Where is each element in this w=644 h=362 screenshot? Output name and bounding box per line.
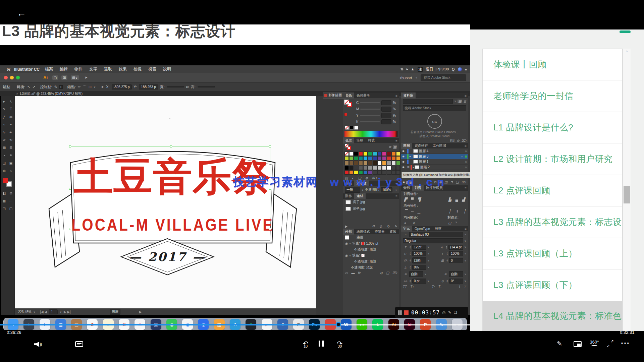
delete-icon: ⌦	[462, 139, 466, 142]
tool-icon: ⊕	[8, 189, 14, 197]
color-panel-tabs: 顏色 色彩參考 ≡	[343, 93, 399, 98]
ai-appbar: Ai ▢ St ▤∨ ➤ zhuoart ∨ 搜尋 Adobe Stock	[0, 73, 470, 82]
recorder-screen-icon: ❐	[454, 310, 457, 315]
fullscreen-button[interactable]: ↗↙	[606, 340, 614, 347]
lesson-item-label: L3 点评课回顾（上）	[493, 248, 577, 259]
volume-button[interactable]: ))	[33, 341, 43, 348]
pause-button[interactable]	[319, 341, 324, 347]
superscript-icon: T¹	[432, 285, 435, 289]
visibility-icon: ◉	[345, 254, 348, 257]
stock-search-field: 搜尋 Adobe Stock	[421, 74, 466, 81]
delete-layer-icon: ⌦	[462, 180, 466, 184]
lesson-item[interactable]: 老师给学员的一封信	[483, 80, 622, 112]
pip-icon	[574, 341, 582, 347]
lesson-title-band: L3 品牌的基本视觉元素：标志设计	[0, 24, 470, 45]
link-item: 房子.jpg	[343, 199, 399, 205]
tool-icon: ╱	[1, 113, 8, 121]
link-dimensions-icon: ⧉	[186, 85, 189, 89]
distribute-objects-label: 均分物件:	[401, 202, 468, 208]
swatch	[354, 156, 358, 161]
list-view-icon: ≣	[388, 145, 391, 149]
proportional-spacing-icon: Δ	[403, 266, 408, 269]
notes-button[interactable]: ✎	[557, 340, 562, 348]
lesson-item[interactable]: L2 点评课回顾	[483, 175, 622, 206]
lesson-title: L3 品牌的基本视觉元素：标志设计	[2, 24, 470, 41]
collapse-indicator[interactable]	[620, 31, 631, 33]
creative-cloud-logo: cc	[427, 114, 442, 129]
rewind-button[interactable]: ↶10	[300, 339, 311, 350]
panel-menu-icon: ≡	[462, 143, 468, 148]
underline-icon: I	[459, 285, 460, 289]
layer-name: 圖層 1	[419, 160, 428, 164]
lesson-item-label: L1 品牌设计是什么?	[493, 122, 573, 133]
window-traffic-lights	[4, 76, 20, 79]
ai-document-tabbar: × L3示範.ai* @ 223.45% (CMYK/GPU 預視)	[0, 91, 470, 96]
visibility-eye-icon: ◉	[402, 160, 406, 163]
go-to-icon: ⊘	[379, 225, 382, 228]
insert-space-right-icon: ≋	[443, 273, 448, 276]
distribute-spacing-icons: ⇤⇥	[401, 220, 445, 226]
scrollbar-thumb[interactable]	[624, 186, 630, 203]
lesson-item[interactable]: L4 品牌的基本视觉元素：标准色和图案设…	[483, 301, 622, 330]
lesson-item[interactable]: L1 品牌设计是什么?	[483, 112, 622, 143]
menu-item: 選取	[104, 66, 112, 72]
appearance-panel-tabs: 外觀 繪圖樣式 導覽器 資訊	[343, 229, 399, 234]
vertical-scale-icon: IT	[403, 252, 408, 255]
subtitle-button[interactable]	[75, 341, 83, 347]
link-thumbnail	[345, 207, 351, 211]
more-options-button[interactable]: •••	[621, 341, 630, 346]
swatch	[382, 152, 386, 156]
stroke-label: 筆畫:	[353, 241, 360, 246]
show-handles-icon: ✎	[54, 85, 57, 89]
leading-icon: A	[439, 246, 444, 249]
swatch	[363, 156, 368, 161]
bridge-icon: ▢	[52, 75, 58, 80]
swatch	[377, 156, 382, 161]
swatch	[396, 152, 400, 156]
links-list: 房子.jpg房子.jpg	[343, 199, 399, 212]
pip-button[interactable]	[574, 341, 582, 347]
panel-menu-icon: ≡	[462, 226, 468, 231]
tool-icon: ◧	[1, 189, 8, 197]
link-filename: 房子.jpg	[353, 200, 365, 204]
lesson-item[interactable]: 体验课丨回顾	[483, 49, 622, 80]
horizontal-scale-field: 100%	[449, 251, 463, 256]
status-icon: ⇅	[400, 67, 403, 71]
lesson-item[interactable]: L2 设计前期：市场和用户研究	[483, 143, 622, 175]
hide-handles-icon: ▪	[59, 85, 63, 89]
convert-corner-icon: ↖	[27, 85, 30, 89]
swatch	[387, 166, 391, 170]
back-button[interactable]: ←	[17, 8, 26, 19]
stroke-weight: 1.007 pt	[366, 242, 378, 245]
close-window-icon	[4, 76, 8, 79]
subtitle-icon	[75, 341, 83, 347]
align-objects-icons: ▛▀▜▙▄▟	[401, 197, 468, 202]
tab-navigator: 導覽器	[372, 229, 387, 235]
object-opacity: 不透明度: 預設	[351, 265, 373, 270]
lesson-item[interactable]: L3 品牌的基本视觉元素：标志设计	[483, 206, 622, 238]
link-filename: 房子.jpg	[353, 206, 365, 211]
forward-button[interactable]: ↷30	[334, 339, 345, 350]
pause-icon	[319, 341, 320, 347]
lesson-item[interactable]: L3 点评课回顾（上）	[483, 238, 622, 269]
swatch	[377, 161, 382, 165]
swatch	[373, 156, 377, 161]
tab-artboards: 工作區域	[430, 143, 448, 149]
swatch	[349, 156, 354, 161]
menubar-clock: 週日 下午9:08	[426, 67, 449, 72]
panel-menu-icon: ≡	[462, 93, 468, 98]
lesson-item[interactable]: L3 点评课回顾（下）	[483, 269, 622, 301]
lesson-item-label: L2 点评课回顾	[493, 185, 550, 196]
scroll-up-icon[interactable]: ⌃	[623, 50, 631, 54]
tool-icon: ⌂	[8, 167, 14, 175]
recorder-stop-icon	[404, 310, 409, 315]
k-label: K	[356, 120, 359, 124]
recorder-time: 00:03:57	[411, 309, 440, 316]
swatch	[363, 166, 368, 170]
tab-links: 連結	[354, 193, 366, 199]
sidebar-scrollbar[interactable]: ⌃	[623, 49, 631, 331]
video-progress-bar[interactable]	[0, 324, 470, 325]
rotate-360-button[interactable]: 360°	[589, 340, 599, 346]
leading-field: (14.4 pt	[448, 245, 463, 250]
target-icon: ○	[465, 166, 467, 169]
